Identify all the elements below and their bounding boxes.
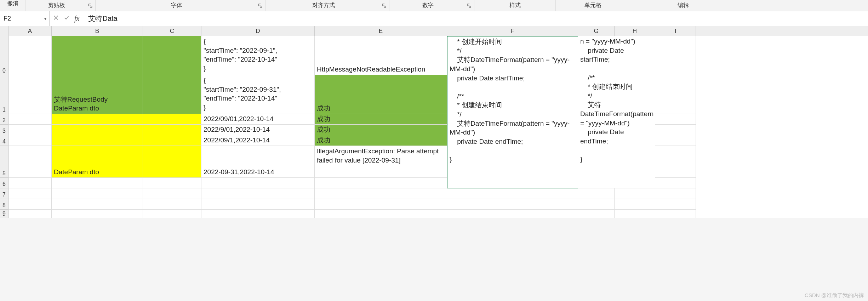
- chevron-down-icon[interactable]: ▾: [43, 16, 48, 21]
- col-header-I[interactable]: I: [655, 26, 696, 36]
- cell[interactable]: [315, 188, 447, 199]
- cell[interactable]: DateParam dto: [52, 146, 143, 178]
- cell[interactable]: [655, 114, 696, 125]
- col-header-B[interactable]: B: [52, 26, 143, 36]
- dialog-launcher-icon[interactable]: [257, 3, 263, 8]
- cell[interactable]: [8, 75, 52, 114]
- row-header[interactable]: 9: [0, 210, 8, 218]
- cell[interactable]: [578, 210, 615, 218]
- col-header-F[interactable]: F: [447, 26, 578, 36]
- cell[interactable]: [143, 114, 201, 125]
- cell[interactable]: [52, 188, 143, 199]
- cell[interactable]: [143, 75, 201, 114]
- cell[interactable]: [447, 199, 578, 210]
- cell[interactable]: [52, 114, 143, 125]
- cell[interactable]: [8, 36, 52, 75]
- dialog-launcher-icon[interactable]: [381, 3, 387, 8]
- cell[interactable]: [315, 210, 447, 218]
- cell[interactable]: HttpMessageNotReadableException: [315, 36, 447, 75]
- cell[interactable]: 艾特RequestBody DateParam dto: [52, 75, 143, 114]
- cell[interactable]: [8, 199, 52, 210]
- cell[interactable]: [143, 199, 201, 210]
- cell[interactable]: 2022-09-31,2022-10-14: [201, 146, 315, 178]
- cell[interactable]: [52, 36, 143, 75]
- col-header-H[interactable]: H: [615, 26, 655, 36]
- col-header-A[interactable]: A: [8, 26, 52, 36]
- row-header[interactable]: 7: [0, 188, 8, 199]
- cell[interactable]: [655, 210, 696, 218]
- cell[interactable]: [615, 199, 655, 210]
- cell[interactable]: 成功: [315, 135, 447, 146]
- cell[interactable]: [655, 36, 696, 75]
- cancel-icon[interactable]: [53, 15, 59, 22]
- cell[interactable]: { "startTime": "2022-09-1", "endTime": "…: [201, 36, 315, 75]
- row-header[interactable]: 2: [0, 114, 8, 125]
- cell[interactable]: [143, 188, 201, 199]
- fx-icon[interactable]: fx: [74, 15, 79, 23]
- cell[interactable]: [52, 135, 143, 146]
- cell[interactable]: [143, 36, 201, 75]
- cell[interactable]: [8, 146, 52, 178]
- cell[interactable]: [143, 135, 201, 146]
- cell[interactable]: [8, 210, 52, 218]
- cell[interactable]: [201, 178, 315, 188]
- cell[interactable]: [615, 188, 655, 199]
- cell[interactable]: 成功: [315, 114, 447, 125]
- cell[interactable]: [655, 199, 696, 210]
- cell[interactable]: [447, 210, 578, 218]
- cell[interactable]: [143, 125, 201, 135]
- row-header[interactable]: 6: [0, 178, 8, 188]
- cell[interactable]: 成功: [315, 75, 447, 114]
- col-header-G[interactable]: G: [578, 26, 615, 36]
- row-header[interactable]: 4: [0, 135, 8, 146]
- cell[interactable]: [143, 146, 201, 178]
- cell[interactable]: [52, 178, 143, 188]
- cell[interactable]: [655, 178, 696, 188]
- cell[interactable]: [8, 125, 52, 135]
- cell[interactable]: [655, 188, 696, 199]
- cell[interactable]: [201, 210, 315, 218]
- cell[interactable]: [52, 199, 143, 210]
- cell[interactable]: [201, 188, 315, 199]
- cell[interactable]: [52, 125, 143, 135]
- cell[interactable]: [143, 178, 201, 188]
- cell[interactable]: [201, 199, 315, 210]
- select-all-corner[interactable]: [0, 26, 8, 36]
- cell[interactable]: 2022/09/01,2022-10-14: [201, 114, 315, 125]
- name-box[interactable]: F2 ▾: [0, 11, 50, 26]
- row-header[interactable]: 3: [0, 125, 8, 135]
- dialog-launcher-icon[interactable]: [87, 3, 93, 8]
- cell[interactable]: [655, 135, 696, 146]
- cell[interactable]: 成功: [315, 125, 447, 135]
- cell[interactable]: [447, 188, 578, 199]
- col-header-C[interactable]: C: [143, 26, 201, 36]
- cell[interactable]: [143, 210, 201, 218]
- cell-F-active[interactable]: * 创建开始时间 */ 艾特DateTimeFormat(pattern = "…: [447, 36, 578, 188]
- cell[interactable]: { "startTime": "2022-09-31", "endTime": …: [201, 75, 315, 114]
- cell[interactable]: [8, 114, 52, 125]
- cell[interactable]: [8, 178, 52, 188]
- cell[interactable]: 2022/9/01,2022-10-14: [201, 125, 315, 135]
- row-header[interactable]: 0: [0, 36, 8, 75]
- cell[interactable]: [578, 199, 615, 210]
- cell[interactable]: IllegalArgumentException: Parse attempt …: [315, 146, 447, 178]
- cell[interactable]: [655, 146, 696, 178]
- row-header[interactable]: 5: [0, 146, 8, 178]
- row-header[interactable]: 1: [0, 75, 8, 114]
- cell[interactable]: [52, 210, 143, 218]
- cell[interactable]: [315, 199, 447, 210]
- cell[interactable]: [655, 125, 696, 135]
- cell[interactable]: 2022/09/1,2022-10-14: [201, 135, 315, 146]
- formula-input[interactable]: 艾特Data: [83, 11, 868, 26]
- cell-GH-block[interactable]: n = "yyyy-MM-dd") private Date startTime…: [578, 36, 655, 188]
- enter-icon[interactable]: [64, 15, 69, 22]
- col-header-E[interactable]: E: [315, 26, 447, 36]
- cell[interactable]: [578, 188, 615, 199]
- cell[interactable]: [8, 188, 52, 199]
- cell[interactable]: [615, 210, 655, 218]
- undo-button[interactable]: 撤消: [0, 0, 25, 11]
- dialog-launcher-icon[interactable]: [466, 3, 472, 8]
- col-header-D[interactable]: D: [201, 26, 315, 36]
- cell[interactable]: [8, 135, 52, 146]
- cell[interactable]: [655, 75, 696, 114]
